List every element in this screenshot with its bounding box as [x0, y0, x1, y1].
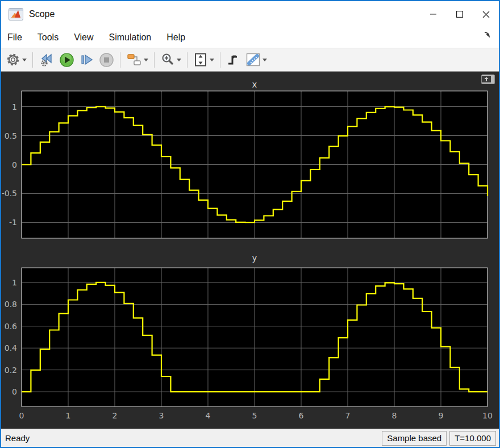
gear-dropdown-caret[interactable] — [22, 59, 27, 61]
fit-to-view-button[interactable] — [191, 51, 216, 69]
svg-text:0: 0 — [12, 160, 17, 169]
svg-text:-1: -1 — [9, 218, 17, 227]
menu-view[interactable]: View — [74, 32, 93, 43]
span-arrows-icon — [193, 52, 208, 67]
svg-text:7: 7 — [345, 411, 351, 420]
chart-y[interactable]: 10.80.60.40.20012345678910y — [1, 252, 500, 425]
window-title: Scope — [29, 9, 55, 19]
close-button[interactable] — [473, 1, 499, 27]
chart-x[interactable]: 10.50-0.5-1x — [1, 78, 500, 249]
svg-text:x: x — [252, 80, 257, 90]
step-forward-button[interactable] — [77, 51, 97, 69]
toolbar-separator — [32, 52, 33, 68]
zoom-in-button[interactable] — [158, 51, 184, 69]
svg-text:4: 4 — [206, 411, 211, 420]
simulink-blocks-icon — [126, 52, 142, 67]
maximize-button[interactable] — [447, 1, 473, 27]
toolbar-separator — [154, 52, 155, 68]
status-text: Ready — [1, 433, 382, 443]
dock-scope-button[interactable] — [483, 31, 492, 41]
svg-text:1: 1 — [12, 278, 17, 287]
gear-icon — [6, 52, 20, 67]
menu-file[interactable]: File — [7, 32, 22, 43]
toolbar-separator — [120, 52, 120, 68]
menu-bar: File Tools View Simulation Help — [1, 27, 499, 48]
stop-icon — [99, 52, 114, 68]
svg-text:1: 1 — [66, 411, 71, 420]
svg-text:0.4: 0.4 — [5, 343, 17, 352]
highlight-simulink-block-button[interactable] — [124, 51, 151, 69]
svg-text:0.5: 0.5 — [5, 131, 17, 140]
step-back-button[interactable] — [36, 51, 57, 69]
svg-text:0.2: 0.2 — [5, 366, 17, 375]
highlight-dropdown-caret[interactable] — [144, 59, 148, 61]
sample-mode-indicator: Sample based — [382, 431, 447, 446]
ruler-icon — [245, 52, 261, 67]
matlab-app-icon — [9, 8, 23, 20]
trigger-button[interactable] — [224, 51, 243, 69]
scope-window: Scope File Tools View Simulation Help — [0, 0, 500, 448]
menu-help[interactable]: Help — [166, 32, 185, 43]
svg-text:10: 10 — [482, 411, 493, 420]
svg-text:9: 9 — [439, 411, 444, 420]
minimize-icon — [430, 11, 437, 18]
trigger-step-icon — [226, 52, 241, 67]
measurements-dropdown-caret[interactable] — [262, 59, 267, 61]
svg-text:2: 2 — [113, 411, 118, 420]
step-back-icon — [39, 52, 55, 67]
svg-text:0.8: 0.8 — [5, 300, 17, 309]
scope-canvas[interactable]: 10.50-0.5-1x 10.80.60.40.20012345678910y — [1, 72, 499, 429]
minimize-button[interactable] — [420, 1, 447, 27]
cursor-measurements-button[interactable] — [243, 51, 269, 69]
svg-text:6: 6 — [299, 411, 304, 420]
run-button[interactable] — [57, 51, 77, 69]
title-bar[interactable]: Scope — [1, 1, 499, 27]
toolbar — [1, 48, 499, 72]
svg-text:0: 0 — [19, 411, 24, 420]
maximize-icon — [456, 11, 463, 18]
svg-text:8: 8 — [392, 411, 397, 420]
step-forward-icon — [79, 52, 94, 67]
simulation-time-indicator: T=10.000 — [449, 431, 496, 446]
svg-text:-0.5: -0.5 — [2, 189, 17, 198]
svg-text:0: 0 — [12, 387, 17, 396]
svg-text:5: 5 — [252, 411, 257, 420]
configuration-properties-button[interactable] — [3, 51, 29, 69]
svg-text:3: 3 — [159, 411, 164, 420]
menu-simulation[interactable]: Simulation — [109, 32, 152, 43]
play-icon — [59, 52, 74, 68]
close-icon — [482, 11, 490, 18]
svg-text:1: 1 — [12, 102, 17, 111]
zoom-dropdown-caret[interactable] — [177, 59, 181, 61]
svg-text:y: y — [252, 253, 257, 263]
svg-text:0.6: 0.6 — [5, 322, 17, 331]
stop-button[interactable] — [97, 51, 116, 69]
toolbar-separator — [187, 52, 188, 68]
toolbar-separator — [220, 52, 220, 68]
magnifier-plus-icon — [160, 52, 175, 67]
fit-dropdown-caret[interactable] — [210, 59, 214, 61]
dock-arrow-icon — [483, 31, 492, 39]
status-bar: Ready Sample based T=10.000 — [1, 429, 499, 447]
menu-tools[interactable]: Tools — [38, 32, 59, 43]
